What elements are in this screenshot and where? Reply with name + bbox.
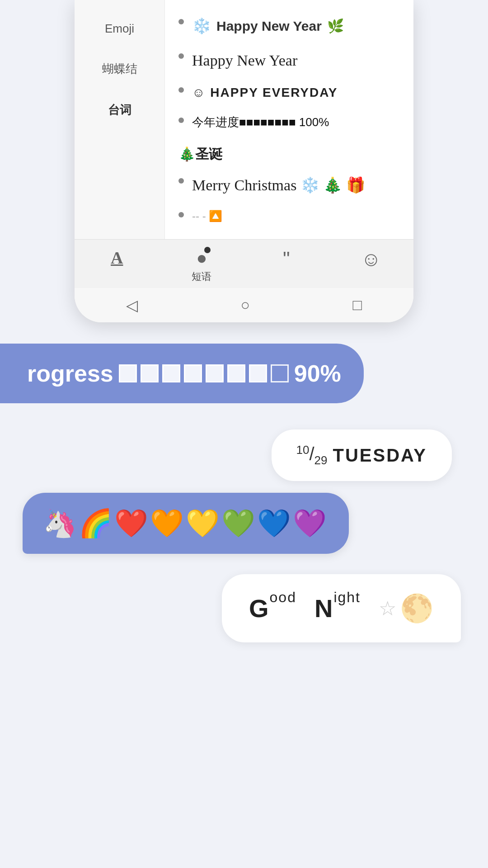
bullet-icon	[178, 178, 184, 184]
home-nav-icon[interactable]: ○	[240, 296, 250, 314]
toolbar-item-quote[interactable]: "	[244, 248, 329, 283]
content-area: ❄️ Happy New Year 🌿 Happy New Year ☺ HAP…	[165, 0, 413, 239]
list-item-partial: -- - 🔼	[178, 202, 400, 230]
list-item-newyear-emoji: ❄️ Happy New Year 🌿	[178, 9, 400, 43]
nav-bar: ◁ ○ □	[75, 288, 413, 322]
snowflake-icon: ❄️	[192, 15, 211, 37]
emoji-string: 🦄🌈❤️🧡💛💚💙💜	[43, 508, 328, 538]
recents-nav-icon[interactable]: □	[353, 296, 362, 314]
date-weekday: TUESDAY	[333, 445, 427, 466]
list-item-happy-everyday: ☺ HAPPY EVERYDAY	[178, 77, 400, 108]
bullet-icon	[178, 19, 184, 24]
progress-percent: 90%	[294, 360, 341, 387]
goodnight-bubble: Good Night ☆ 🌕	[222, 574, 461, 642]
progress-bubble-text: rogress 90%	[27, 360, 341, 387]
date-month: 10/29	[296, 443, 328, 467]
list-item-progress: 今年进度■■■■■■■■ 100%	[178, 108, 400, 137]
font-icon: A	[111, 248, 123, 268]
sq1	[119, 364, 137, 382]
progress-bubble: rogress 90%	[0, 344, 364, 403]
emoji-bubble: 🦄🌈❤️🧡💛💚💙💜	[23, 493, 349, 554]
leaf-icon: 🌿	[327, 17, 344, 36]
bullet-icon	[178, 87, 184, 93]
progress-label: rogress	[27, 360, 113, 387]
bullet-icon	[178, 118, 184, 123]
phone-inner: Emoji 蝴蝶结 台词 ❄️ Happy New Year 🌿	[75, 0, 413, 239]
progress-squares	[119, 364, 289, 382]
emoji-icon: ☺	[361, 248, 381, 270]
sidebar: Emoji 蝴蝶结 台词	[75, 0, 165, 239]
sq6	[227, 364, 245, 382]
bullet-icon	[178, 212, 184, 217]
sq4	[184, 364, 202, 382]
moon-icon: 🌕	[400, 592, 434, 624]
phone-mockup: Emoji 蝴蝶结 台词 ❄️ Happy New Year 🌿	[75, 0, 413, 322]
christmas-text: Merry Christmas ❄️ 🎄 🎁	[192, 175, 400, 196]
bullet-icon	[178, 53, 184, 59]
date-bubble: 10/29 TUESDAY	[272, 429, 452, 481]
sq7	[249, 364, 267, 382]
sq8	[271, 364, 289, 382]
christmas-header: 🎄圣诞	[178, 145, 400, 164]
progress-text: 今年进度■■■■■■■■ 100%	[192, 114, 400, 130]
back-nav-icon[interactable]: ◁	[126, 296, 138, 314]
phrases-icon: ●	[196, 248, 207, 268]
bottom-toolbar: A ● 短语 " ☺	[75, 239, 413, 288]
happy-everyday-text: ☺ HAPPY EVERYDAY	[192, 84, 400, 101]
sidebar-item-bow[interactable]: 蝴蝶结	[75, 48, 164, 90]
newyear-script-text: Happy New Year	[192, 50, 400, 71]
toolbar-item-emoji[interactable]: ☺	[329, 248, 414, 283]
sq5	[206, 364, 224, 382]
toolbar-item-phrases[interactable]: ● 短语	[160, 248, 244, 283]
list-item-newyear-script: Happy New Year	[178, 43, 400, 78]
quote-icon: "	[283, 248, 290, 270]
sidebar-item-emoji[interactable]: Emoji	[75, 9, 164, 48]
toolbar-item-font[interactable]: A	[75, 248, 160, 283]
phrases-label: 短语	[192, 270, 211, 283]
sq3	[162, 364, 180, 382]
list-item-merry-christmas: Merry Christmas ❄️ 🎄 🎁	[178, 168, 400, 203]
sidebar-item-lines[interactable]: 台词	[75, 90, 164, 131]
goodnight-text: Good Night	[249, 594, 361, 623]
star-icon: ☆	[379, 597, 396, 620]
sq2	[141, 364, 159, 382]
newyear-text: Happy New Year	[216, 17, 322, 36]
